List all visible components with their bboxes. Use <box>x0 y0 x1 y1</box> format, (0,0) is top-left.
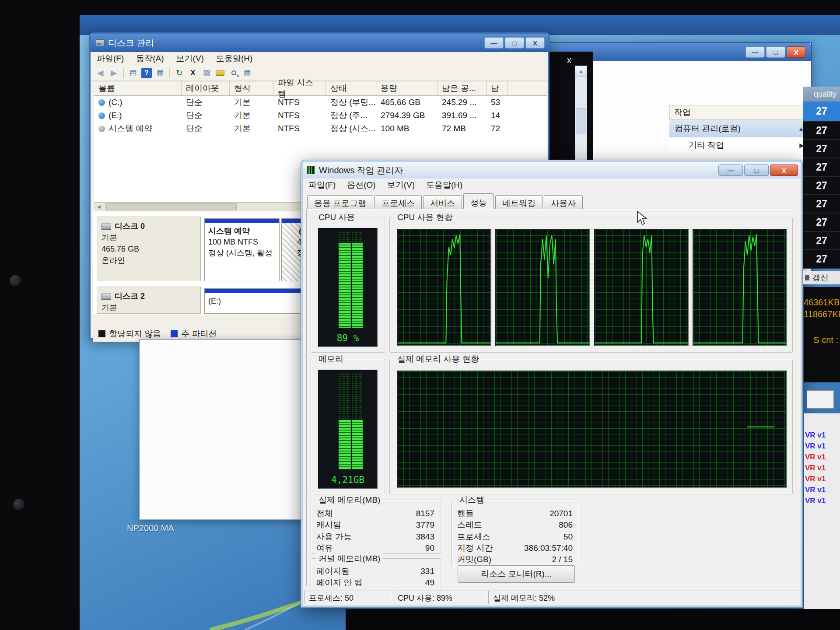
menu-help[interactable]: 도움말(H) <box>210 53 259 64</box>
list-item[interactable]: VR v1 <box>804 475 840 486</box>
col-volume[interactable]: 볼륨 <box>94 81 182 95</box>
col-type[interactable]: 형식 <box>230 81 273 95</box>
resource-monitor-button[interactable]: 리소스 모니터(R)... <box>458 565 575 583</box>
minimize-icon[interactable]: — <box>746 46 765 58</box>
list-item[interactable]: 27 <box>803 250 840 269</box>
cpu-usage-group: CPU 사용 89 % <box>311 217 385 353</box>
menubar: 파일(F) 옵션(O) 보기(V) 도움말(H) <box>303 178 801 192</box>
menu-help[interactable]: 도움말(H) <box>420 179 468 191</box>
table-row[interactable]: (E:) 단순 기본 NTFS 정상 (주... 2794.39 GB 391.… <box>94 109 547 122</box>
menu-file[interactable]: 파일(F) <box>303 179 341 191</box>
list-item[interactable]: VR v1 <box>804 497 840 508</box>
list-item[interactable]: 27 <box>803 122 840 140</box>
list-item[interactable]: VR v1 <box>804 442 840 453</box>
list-item[interactable]: VR v1 <box>804 486 840 497</box>
settings-grid-icon[interactable]: ▦ <box>242 68 252 78</box>
memory-history-group: 실제 메모리 사용 현황 <box>389 359 793 494</box>
col-free-pct[interactable]: 남 <box>486 81 508 95</box>
help-icon[interactable]: ? <box>141 68 152 78</box>
statusbar: 프로세스: 50 CPU 사용: 89% 실제 메모리: 52% <box>303 589 801 606</box>
col-status[interactable]: 상태 <box>326 81 376 95</box>
actions-root-item[interactable]: 컴퓨터 관리(로컬) ▲ <box>669 120 809 137</box>
menu-file[interactable]: 파일(F) <box>91 53 130 64</box>
cpu-usage-value: 89 % <box>319 333 377 343</box>
disk-icon <box>102 224 111 230</box>
tab-processes[interactable]: 프로세스 <box>374 195 422 209</box>
refresh-icon[interactable]: ↻ <box>174 68 185 78</box>
col-layout[interactable]: 레이아웃 <box>182 81 230 95</box>
list-item[interactable]: 27 <box>803 195 840 214</box>
unallocated-swatch <box>98 330 105 337</box>
list-item[interactable]: 27 <box>803 158 840 177</box>
col-filesystem[interactable]: 파일 시스템 <box>273 81 326 95</box>
refresh-box-icon <box>805 275 809 280</box>
close-icon[interactable]: X <box>770 164 798 176</box>
delete-icon[interactable]: X <box>188 68 198 78</box>
volume-icon <box>98 126 105 132</box>
primary-partition-swatch <box>171 330 178 337</box>
scrollbar-thumb[interactable] <box>576 108 586 133</box>
list-item-selected[interactable]: 27 <box>803 102 840 122</box>
partition-color-stripe <box>205 289 316 293</box>
list-item[interactable]: 27 <box>803 214 840 232</box>
list-item[interactable]: 27 <box>803 140 840 158</box>
list-item[interactable]: VR v1 <box>804 464 840 475</box>
scroll-left-icon[interactable]: ◀ <box>94 203 104 211</box>
menu-action[interactable]: 동작(A) <box>130 53 170 64</box>
disk-management-titlebar[interactable]: 디스크 관리 — □ X <box>91 34 548 52</box>
open-folder-icon[interactable] <box>215 68 225 78</box>
actions-more-item[interactable]: 기타 작업 ▶ <box>669 137 809 153</box>
partition-e[interactable]: (E:) <box>204 288 316 314</box>
list-item[interactable]: 27 <box>803 232 840 250</box>
scrollbar-thumb[interactable] <box>105 203 237 210</box>
status-cpu: CPU 사용: 89% <box>393 591 487 604</box>
list-view-icon[interactable]: ▤ <box>128 68 138 78</box>
side-app-input-box[interactable] <box>807 390 834 409</box>
minimize-icon[interactable]: — <box>718 164 743 176</box>
partition-color-stripe <box>205 219 279 223</box>
list-item[interactable]: VR v1 <box>804 453 840 464</box>
maximize-icon[interactable]: □ <box>744 164 769 176</box>
tab-applications[interactable]: 응용 프로그램 <box>307 195 373 209</box>
physical-memory-group: 실제 메모리(MB) 전체8157 캐시됨3779 사용 가능3843 여유90 <box>311 500 441 554</box>
menu-view[interactable]: 보기(V) <box>382 179 420 191</box>
table-row[interactable]: (C:) 단순 기본 NTFS 정상 (부팅... 465.66 GB 245.… <box>94 96 547 109</box>
menu-options[interactable]: 옵션(O) <box>341 179 381 191</box>
list-item[interactable]: VR v1 <box>804 431 840 442</box>
task-manager-window: Windows 작업 관리자 — □ X 파일(F) 옵션(O) 보기(V) 도… <box>301 160 802 607</box>
scroll-up-icon[interactable]: ▲ <box>575 66 587 77</box>
col-capacity[interactable]: 용량 <box>376 81 438 95</box>
task-manager-titlebar[interactable]: Windows 작업 관리자 — □ X <box>303 162 801 178</box>
quality-column-header[interactable]: quality <box>803 87 840 102</box>
side-app-counter-panel: 46361KB 118667KB S cnt : <box>803 287 840 382</box>
disk2-label[interactable]: 디스크 2 기본 <box>97 287 201 314</box>
refresh-label[interactable]: 갱신 <box>803 271 840 284</box>
col-free[interactable]: 남은 공... <box>438 81 486 95</box>
maximize-icon[interactable]: □ <box>505 37 524 49</box>
tab-services[interactable]: 서비스 <box>423 195 462 209</box>
graph-view-icon[interactable]: ▦ <box>155 68 165 78</box>
tab-users[interactable]: 사용자 <box>544 195 583 209</box>
close-x-glyph[interactable]: x <box>567 55 571 65</box>
bezel-screw <box>13 499 24 510</box>
menu-view[interactable]: 보기(V) <box>170 53 210 64</box>
forward-icon[interactable]: ▶ <box>108 68 119 78</box>
maximize-icon[interactable]: □ <box>766 46 785 58</box>
back-icon[interactable]: ◀ <box>95 68 105 78</box>
disk0-label[interactable]: 디스크 0 기본 465.76 GB 온라인 <box>97 217 201 281</box>
window-title: Windows 작업 관리자 <box>319 164 403 176</box>
desktop-icon-label[interactable]: NP2000 MA <box>127 523 174 533</box>
tab-networking[interactable]: 네트워킹 <box>495 195 542 209</box>
legend-primary: 주 파티션 <box>171 328 217 340</box>
minimize-icon[interactable]: — <box>484 37 504 49</box>
close-icon[interactable]: X <box>787 46 806 58</box>
magnifier-icon[interactable] <box>228 68 239 78</box>
list-item[interactable]: 27 <box>803 177 840 195</box>
table-row[interactable]: 시스템 예약 단순 기본 NTFS 정상 (시스... 100 MB 72 MB… <box>94 122 547 135</box>
kb-counter-1: 46361KB <box>804 297 838 308</box>
partition-system-reserved[interactable]: 시스템 예약 100 MB NTFS 정상 (시스템, 활성 <box>204 218 280 281</box>
close-icon[interactable]: X <box>525 37 545 49</box>
properties-icon[interactable]: ▨ <box>201 68 212 78</box>
tab-performance[interactable]: 성능 <box>463 193 494 209</box>
background-empty-window <box>139 339 307 520</box>
